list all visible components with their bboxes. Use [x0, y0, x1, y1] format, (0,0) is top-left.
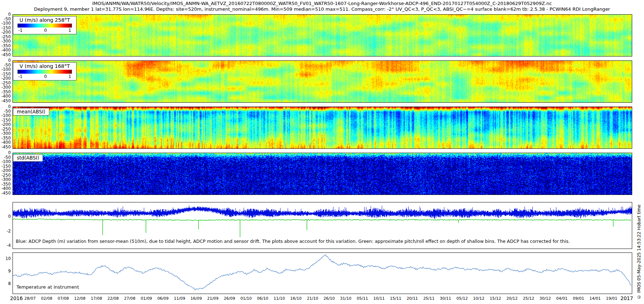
title-line-2: Deployment 9, member 1 lat=31.77S lon=11… — [0, 6, 644, 12]
v-colorbar-title: V (m/s) along 168°T — [15, 63, 74, 69]
year-end-label: 2017 — [620, 295, 633, 301]
temperature-canvas — [13, 253, 632, 294]
x-tick: 05/12 — [457, 296, 468, 301]
x-tick: 11/10 — [274, 296, 285, 301]
colorbar-tick: -1 — [18, 28, 23, 33]
x-tick: 17/08 — [91, 296, 102, 301]
x-tick: 15/12 — [490, 296, 501, 301]
x-tick: 14/01 — [589, 296, 601, 301]
x-tick: 22/08 — [107, 296, 119, 301]
y-axis-std-absi: 0 -50 -100 -150 -200 -250 -300 -350 -400… — [0, 153, 12, 195]
y-axis-temperature: 10 9 8 — [0, 252, 12, 294]
panel-mean-absi: mean(ABSI) — [13, 107, 632, 149]
colorbar-tick: 1 — [68, 28, 71, 33]
x-tick: 05/11 — [357, 296, 368, 301]
x-tick: 25/12 — [523, 296, 535, 301]
y-tick: -4 — [7, 243, 11, 248]
colorbar-tick: 0 — [44, 28, 47, 33]
y-axis-v-velocity: 0 -50 -100 -150 -200 -250 -300 -350 -400… — [0, 60, 12, 103]
x-tick: 09/01 — [573, 296, 584, 301]
adcp-figure: IMOS/ANMN/WA/WATR50/Velocity/IMOS_ANMN-W… — [0, 0, 644, 304]
x-tick: 20/11 — [406, 296, 418, 301]
std-absi-label-box: std(ABSI) — [13, 154, 43, 162]
x-axis: 28/07 02/08 07/08 12/08 17/08 22/08 27/0… — [13, 296, 632, 301]
title-line-1: IMOS/ANMN/WA/WATR50/Velocity/IMOS_ANMN-W… — [0, 1, 644, 6]
x-tick: 30/12 — [540, 296, 551, 301]
x-tick: 27/08 — [124, 296, 136, 301]
colorbar-tick: 0 — [44, 74, 47, 79]
x-tick: 04/01 — [556, 296, 568, 301]
y-tick: -450 — [1, 52, 11, 57]
v-colorbar-legend: V (m/s) along 168°T -1 0 1 — [13, 62, 77, 80]
y-tick: -450 — [1, 191, 11, 196]
panel-temperature: Temperature at instrument — [13, 252, 632, 294]
y-axis-u-velocity: 0 -50 -100 -150 -200 -250 -300 -350 -400… — [0, 14, 12, 57]
v-velocity-heatmap-canvas — [13, 61, 632, 102]
u-colorbar-ticks: -1 0 1 — [15, 28, 74, 33]
v-colorbar-ticks: -1 0 1 — [15, 74, 74, 79]
panel-u-velocity: U (m/s) along 258°T -1 0 1 — [13, 14, 632, 57]
x-tick: 10/12 — [473, 296, 484, 301]
v-colorbar-gradient — [18, 70, 72, 74]
panel-v-velocity: V (m/s) along 168°T -1 0 1 — [13, 60, 632, 103]
colorbar-tick: -1 — [18, 74, 23, 79]
u-velocity-heatmap-canvas — [13, 15, 632, 56]
credit-vertical: © IMOS 05-May-2025 14:53:22 Hobart time — [636, 195, 641, 299]
x-tick: 25/11 — [423, 296, 435, 301]
x-tick: 16/10 — [290, 296, 302, 301]
y-tick: 8 — [8, 281, 11, 286]
y-tick: -450 — [1, 144, 11, 149]
y-tick: -2 — [7, 229, 11, 234]
x-tick: 31/10 — [340, 296, 352, 301]
mean-absi-label-box: mean(ABSI) — [13, 108, 49, 116]
x-tick: 01/10 — [240, 296, 252, 301]
x-tick: 26/10 — [323, 296, 335, 301]
figure-titles: IMOS/ANMN/WA/WATR50/Velocity/IMOS_ANMN-W… — [0, 1, 644, 12]
y-tick: 9 — [8, 269, 11, 274]
u-colorbar-legend: U (m/s) along 258°T -1 0 1 — [13, 16, 77, 34]
std-absi-heatmap-canvas — [13, 153, 632, 195]
x-tick: 07/08 — [58, 296, 69, 301]
x-tick: 19/01 — [606, 296, 618, 301]
x-tick: 15/11 — [390, 296, 401, 301]
y-axis-mean-absi: 0 -50 -100 -150 -200 -250 -300 -350 -400… — [0, 107, 12, 149]
x-tick: 16/09 — [191, 296, 202, 301]
y-tick: 0 — [8, 214, 11, 219]
x-tick: 28/07 — [24, 296, 36, 301]
y-axis-depth-variation: 0 -2 -4 — [0, 202, 12, 249]
depth-variation-annotation: Blue: ADCP Depth (m) variation from sens… — [16, 239, 570, 244]
x-tick: 12/08 — [74, 296, 86, 301]
x-tick: 21/09 — [207, 296, 219, 301]
panel-std-absi: std(ABSI) — [13, 153, 632, 195]
u-colorbar-gradient — [18, 24, 72, 28]
x-tick: 10/11 — [374, 296, 385, 301]
panel-depth-variation: Blue: ADCP Depth (m) variation from sens… — [13, 202, 632, 249]
y-tick: 10 — [5, 256, 11, 261]
x-tick: 01/09 — [141, 296, 152, 301]
x-tick: 02/08 — [41, 296, 52, 301]
x-tick: 20/12 — [506, 296, 518, 301]
x-tick: 11/09 — [174, 296, 185, 301]
x-tick: 06/09 — [157, 296, 169, 301]
temperature-label: Temperature at instrument — [16, 284, 79, 290]
x-tick: 21/10 — [307, 296, 318, 301]
x-tick: 06/10 — [257, 296, 268, 301]
u-colorbar-title: U (m/s) along 258°T — [15, 17, 74, 23]
x-tick: 26/09 — [224, 296, 235, 301]
x-tick: 30/11 — [440, 296, 451, 301]
y-tick: -450 — [1, 98, 11, 103]
mean-absi-heatmap-canvas — [13, 107, 632, 148]
colorbar-tick: 1 — [68, 74, 71, 79]
